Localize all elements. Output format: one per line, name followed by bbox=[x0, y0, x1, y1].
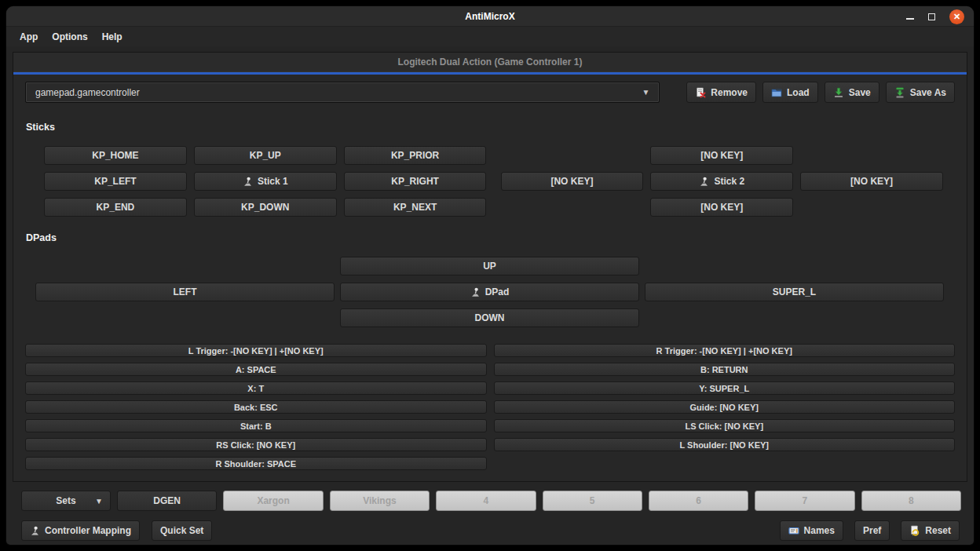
stick1-down-left-button[interactable]: KP_END bbox=[44, 198, 187, 217]
names-icon bbox=[788, 525, 799, 536]
stick2-right-button[interactable]: [NO KEY] bbox=[800, 172, 943, 191]
remove-button-label: Remove bbox=[711, 87, 748, 98]
close-button[interactable]: ✕ bbox=[949, 9, 964, 24]
stick2-left-button[interactable]: [NO KEY] bbox=[501, 172, 644, 191]
button-back[interactable]: Back: ESC bbox=[25, 400, 487, 414]
rs-click-button[interactable]: RS Click: [NO KEY] bbox=[25, 438, 487, 451]
app-window: AntiMicroX ✕ App Options Help Logitech D… bbox=[6, 6, 974, 545]
dpads-section-heading: DPads bbox=[26, 232, 955, 243]
stick1-grid: KP_HOME KP_UP KP_PRIOR KP_LEFT Stick 1 K… bbox=[44, 146, 487, 217]
load-button[interactable]: Load bbox=[762, 82, 818, 103]
dpad-center-label: DPad bbox=[485, 286, 510, 297]
set-button-7[interactable]: 7 bbox=[755, 491, 854, 511]
quick-set-label: Quick Set bbox=[160, 525, 203, 536]
sets-dropdown-label: Sets bbox=[56, 495, 75, 506]
minimize-button[interactable] bbox=[906, 18, 914, 20]
quick-set-button[interactable]: Quick Set bbox=[152, 520, 212, 541]
profile-combobox-value: gamepad.gamecontroller bbox=[35, 87, 140, 98]
dpad-right-button[interactable]: SUPER_L bbox=[645, 283, 944, 301]
set-button-3-vikings[interactable]: Vikings bbox=[330, 491, 430, 511]
dpad1-grid: UP LEFT DPad SUPER_L DOWN bbox=[35, 257, 944, 327]
stick2-grid: [NO KEY] [NO KEY] Stick 2 [NO KEY] [NO K… bbox=[501, 146, 944, 217]
set-button-8[interactable]: 8 bbox=[861, 491, 961, 511]
names-button[interactable]: Names bbox=[780, 520, 843, 541]
stick1-down-button[interactable]: KP_DOWN bbox=[194, 198, 337, 217]
pref-button[interactable]: Pref bbox=[854, 520, 890, 541]
controller-tabbar: Logitech Dual Action (Game Controller 1) bbox=[13, 53, 967, 72]
sticks-section-heading: Sticks bbox=[26, 122, 955, 133]
controller-tab-widget: Logitech Dual Action (Game Controller 1)… bbox=[13, 52, 967, 482]
chevron-down-icon: ▼ bbox=[642, 88, 649, 97]
button-a[interactable]: A: SPACE bbox=[25, 363, 487, 376]
dpad-up-button[interactable]: UP bbox=[340, 257, 639, 276]
set-button-6[interactable]: 6 bbox=[649, 491, 748, 511]
save-button[interactable]: Save bbox=[825, 82, 879, 103]
save-as-button[interactable]: Save As bbox=[886, 82, 955, 103]
stick1-center-label: Stick 1 bbox=[258, 176, 288, 187]
button-y[interactable]: Y: SUPER_L bbox=[494, 381, 956, 395]
tab-logitech-dual-action[interactable]: Logitech Dual Action (Game Controller 1) bbox=[398, 57, 583, 68]
button-start[interactable]: Start: B bbox=[25, 419, 487, 432]
l-trigger-button[interactable]: L Trigger: -[NO KEY] | +[NO KEY] bbox=[25, 344, 487, 357]
names-label: Names bbox=[804, 525, 835, 536]
load-button-label: Load bbox=[787, 87, 810, 98]
menubar: App Options Help bbox=[6, 27, 974, 46]
sets-bar: Sets ▼ DGEN Xargon Vikings 4 5 6 7 8 bbox=[21, 491, 961, 511]
dpad-down-button[interactable]: DOWN bbox=[340, 308, 639, 327]
ls-click-button[interactable]: LS Click: [NO KEY] bbox=[494, 419, 956, 432]
menu-item-options[interactable]: Options bbox=[45, 29, 94, 45]
controller-mapping-label: Controller Mapping bbox=[45, 525, 131, 536]
l-shoulder-button[interactable]: L Shoulder: [NO KEY] bbox=[494, 438, 956, 451]
maximize-button[interactable] bbox=[928, 13, 935, 20]
r-shoulder-button[interactable]: R Shoulder: SPACE bbox=[25, 457, 487, 470]
button-assignments: L Trigger: -[NO KEY] | +[NO KEY] R Trigg… bbox=[25, 344, 955, 470]
stick1-left-button[interactable]: KP_LEFT bbox=[44, 172, 187, 191]
remove-button[interactable]: Remove bbox=[686, 82, 756, 103]
pref-label: Pref bbox=[863, 525, 881, 536]
stick1-down-right-button[interactable]: KP_NEXT bbox=[344, 198, 487, 217]
load-icon bbox=[771, 87, 782, 98]
profile-actions: Remove Load Save bbox=[686, 82, 955, 103]
chevron-down-icon: ▼ bbox=[95, 497, 103, 505]
set-button-4[interactable]: 4 bbox=[436, 491, 536, 511]
save-as-icon bbox=[894, 87, 905, 98]
joystick-icon bbox=[243, 177, 253, 187]
remove-icon bbox=[695, 87, 706, 98]
stick1-up-button[interactable]: KP_UP bbox=[194, 146, 337, 165]
button-x[interactable]: X: T bbox=[25, 381, 487, 395]
dpad-center-button[interactable]: DPad bbox=[340, 283, 639, 301]
titlebar: AntiMicroX ✕ bbox=[6, 6, 974, 27]
set-button-2-xargon[interactable]: Xargon bbox=[223, 491, 323, 511]
reset-label: Reset bbox=[925, 525, 951, 536]
stick1-up-right-button[interactable]: KP_PRIOR bbox=[344, 146, 487, 165]
controller-mapping-button[interactable]: Controller Mapping bbox=[21, 520, 140, 541]
window-title: AntiMicroX bbox=[6, 6, 974, 27]
bottom-toolbar-right: Names Pref Reset bbox=[780, 520, 960, 541]
save-icon bbox=[833, 87, 844, 98]
stick1-center-button[interactable]: Stick 1 bbox=[194, 172, 337, 191]
stick1-right-button[interactable]: KP_RIGHT bbox=[344, 172, 487, 191]
dpad-left-button[interactable]: LEFT bbox=[35, 283, 335, 301]
profile-bar: gamepad.gamecontroller ▼ Remove bbox=[25, 82, 955, 103]
menu-item-help[interactable]: Help bbox=[95, 29, 130, 45]
menu-item-app[interactable]: App bbox=[13, 29, 45, 45]
bottom-toolbar: Controller Mapping Quick Set Names Pref … bbox=[21, 520, 960, 541]
r-trigger-button[interactable]: R Trigger: -[NO KEY] | +[NO KEY] bbox=[494, 344, 956, 357]
stick2-up-button[interactable]: [NO KEY] bbox=[650, 146, 793, 165]
joystick-icon bbox=[30, 526, 40, 536]
set-button-5[interactable]: 5 bbox=[543, 491, 642, 511]
sticks-section: KP_HOME KP_UP KP_PRIOR KP_LEFT Stick 1 K… bbox=[44, 146, 943, 217]
stick2-center-button[interactable]: Stick 2 bbox=[650, 172, 793, 191]
stick1-up-left-button[interactable]: KP_HOME bbox=[44, 146, 187, 165]
button-guide[interactable]: Guide: [NO KEY] bbox=[494, 400, 956, 414]
reset-button[interactable]: Reset bbox=[901, 520, 960, 541]
joystick-icon bbox=[699, 177, 709, 187]
joystick-icon bbox=[470, 287, 481, 297]
stick2-down-button[interactable]: [NO KEY] bbox=[650, 198, 793, 217]
stick2-center-label: Stick 2 bbox=[714, 176, 744, 187]
sets-dropdown[interactable]: Sets ▼ bbox=[21, 491, 111, 511]
set-button-1-dgen[interactable]: DGEN bbox=[117, 491, 217, 511]
profile-combobox[interactable]: gamepad.gamecontroller ▼ bbox=[25, 82, 660, 103]
button-b[interactable]: B: RETURN bbox=[494, 363, 956, 376]
save-button-label: Save bbox=[849, 87, 871, 98]
